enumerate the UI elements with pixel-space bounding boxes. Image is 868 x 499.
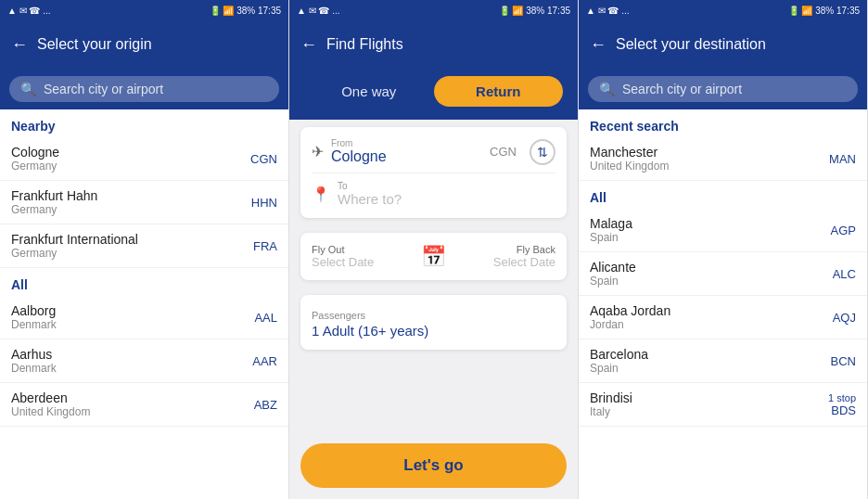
right-search-input[interactable]: 🔍 Search city or airport	[588, 76, 858, 102]
from-code: CGN	[490, 145, 517, 159]
middle-header: ← Find Flights	[289, 20, 578, 69]
item-code: AQJ	[833, 311, 856, 325]
list-item[interactable]: Aberdeen United Kingdom ABZ	[0, 383, 288, 427]
item-city: Aqaba Jordan	[590, 303, 670, 318]
list-item[interactable]: Aqaba Jordan Jordan AQJ	[579, 296, 867, 339]
item-city: Malaga	[590, 216, 632, 231]
right-panel: ▲ ✉ ☎ ... 🔋 📶 38% 17:35 ← Select your de…	[579, 0, 868, 499]
item-code: HHN	[251, 196, 277, 210]
status-bar-right: ▲ ✉ ☎ ... 🔋 📶 38% 17:35	[579, 0, 867, 20]
left-search-placeholder: Search city or airport	[44, 82, 163, 96]
plane-icon: ✈	[312, 143, 324, 160]
fly-out-date: Select Date	[312, 255, 417, 269]
item-country: Spain	[590, 231, 632, 244]
item-country: United Kingdom	[11, 405, 90, 418]
item-country: Denmark	[11, 318, 57, 331]
list-item[interactable]: Frankfurt Hahn Germany HHN	[0, 181, 288, 224]
item-country: Italy	[590, 405, 632, 418]
recent-list: Manchester United Kingdom MAN	[579, 137, 867, 181]
list-item[interactable]: Barcelona Spain BCN	[579, 339, 867, 383]
list-item[interactable]: Aarhus Denmark AAR	[0, 339, 288, 383]
item-stop: 1 stop	[828, 392, 856, 403]
item-city: Aberdeen	[11, 390, 90, 405]
item-city: Frankfurt International	[11, 232, 138, 247]
item-city: Barcelona	[590, 347, 648, 362]
from-value: Cologne	[331, 148, 387, 165]
status-left-icons-right: ▲ ✉ ☎ ...	[586, 6, 630, 16]
item-country: Spain	[590, 275, 636, 288]
search-icon-left: 🔍	[20, 82, 36, 96]
search-icon-right: 🔍	[599, 82, 615, 96]
date-row: Fly Out Select Date 📅 Fly Back Select Da…	[312, 244, 555, 269]
all-list-left: Aalborg Denmark AAL Aarhus Denmark AAR A…	[0, 296, 288, 427]
fly-back-label: Fly Back	[450, 244, 555, 255]
item-country: United Kingdom	[590, 160, 669, 173]
to-row[interactable]: 📍 To Where to?	[312, 173, 555, 207]
item-code: ABZ	[254, 398, 277, 412]
item-code: MAN	[829, 152, 856, 166]
passengers-card[interactable]: Passengers 1 Adult (16+ years)	[300, 295, 567, 350]
status-right-info-right: 🔋 📶 38% 17:35	[788, 6, 860, 16]
item-country: Germany	[11, 203, 97, 216]
item-code: BCN	[831, 354, 856, 368]
right-search-placeholder: Search city or airport	[622, 82, 742, 96]
item-city: Frankfurt Hahn	[11, 188, 97, 203]
right-header: ← Select your destination	[579, 20, 867, 69]
list-item[interactable]: Brindisi Italy 1 stop BDS	[579, 383, 867, 427]
item-city: Cologne	[11, 145, 59, 160]
all-list-right: Malaga Spain AGP Alicante Spain ALC Aqab…	[579, 209, 867, 427]
all-label-left: All	[0, 268, 288, 296]
status-left-icons-mid: ▲ ✉ ☎ ...	[297, 6, 340, 16]
return-button[interactable]: Return	[434, 76, 564, 107]
left-header-title: Select your origin	[37, 36, 152, 53]
item-code: AGP	[831, 224, 856, 237]
status-bar-left: ▲ ✉ ☎ ... 🔋 📶 38% 17:35	[0, 0, 288, 20]
fly-out-label: Fly Out	[312, 244, 417, 255]
passengers-value: 1 Adult (16+ years)	[312, 323, 555, 339]
item-city: Brindisi	[590, 390, 632, 405]
status-right-info-mid: 🔋 📶 38% 17:35	[499, 6, 570, 16]
list-item[interactable]: Frankfurt International Germany FRA	[0, 224, 288, 268]
nearby-label: Nearby	[0, 109, 288, 137]
date-card[interactable]: Fly Out Select Date 📅 Fly Back Select Da…	[300, 233, 567, 280]
item-code: ALC	[833, 267, 856, 281]
item-country: Denmark	[11, 362, 57, 375]
left-panel: ▲ ✉ ☎ ... 🔋 📶 38% 17:35 ← Select your or…	[0, 0, 289, 499]
list-item[interactable]: Alicante Spain ALC	[579, 252, 867, 296]
item-country: Spain	[590, 362, 648, 375]
right-header-title: Select your destination	[616, 36, 766, 53]
left-search-input[interactable]: 🔍 Search city or airport	[9, 76, 279, 102]
fly-back-section[interactable]: Fly Back Select Date	[450, 244, 555, 269]
swap-button[interactable]: ⇅	[530, 139, 555, 165]
to-label: To	[338, 181, 402, 191]
item-city: Manchester	[590, 145, 669, 160]
back-arrow-middle[interactable]: ←	[300, 35, 317, 55]
middle-header-title: Find Flights	[326, 36, 403, 53]
back-arrow-right[interactable]: ←	[590, 35, 606, 55]
list-item[interactable]: Cologne Germany CGN	[0, 137, 288, 181]
item-code: FRA	[253, 239, 277, 253]
location-dot-icon: 📍	[312, 186, 330, 203]
item-country: Germany	[11, 247, 138, 260]
middle-panel: ▲ ✉ ☎ ... 🔋 📶 38% 17:35 ← Find Flights O…	[289, 0, 579, 499]
from-to-card: ✈ From Cologne CGN ⇅ 📍 To Where to?	[300, 127, 567, 218]
item-code: CGN	[250, 152, 277, 166]
lets-go-button[interactable]: Let's go	[300, 443, 567, 488]
item-country: Germany	[11, 160, 59, 173]
oneway-button[interactable]: One way	[304, 76, 434, 107]
item-code: AAR	[252, 354, 277, 368]
list-item[interactable]: Manchester United Kingdom MAN	[579, 137, 867, 181]
left-header: ← Select your origin	[0, 20, 288, 69]
list-item[interactable]: Aalborg Denmark AAL	[0, 296, 288, 339]
fly-back-date: Select Date	[450, 255, 555, 269]
from-label: From	[331, 138, 387, 148]
from-row[interactable]: ✈ From Cologne CGN ⇅	[312, 138, 555, 173]
recent-search-label: Recent search	[579, 109, 867, 137]
item-code: BDS	[831, 403, 856, 417]
back-arrow-left[interactable]: ←	[11, 35, 28, 55]
status-right-info: 🔋 📶 38% 17:35	[210, 6, 281, 16]
list-item[interactable]: Malaga Spain AGP	[579, 209, 867, 252]
all-label-right: All	[579, 181, 867, 209]
to-placeholder: Where to?	[338, 191, 402, 207]
fly-out-section[interactable]: Fly Out Select Date	[312, 244, 417, 269]
